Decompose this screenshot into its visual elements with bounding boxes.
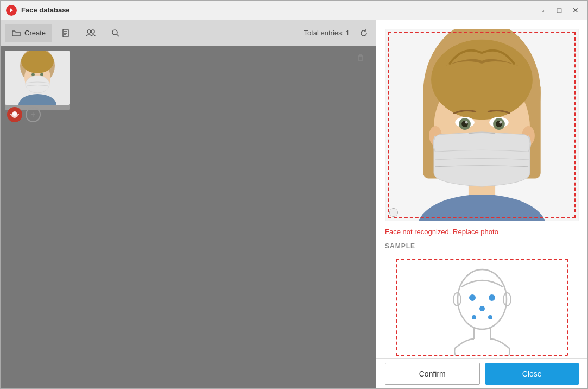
document-icon — [61, 28, 71, 38]
search-icon — [111, 28, 121, 38]
window-title: Face database — [21, 6, 532, 14]
face-thumbnail-svg — [5, 51, 70, 105]
face-actions: + — [5, 107, 70, 122]
main-layout: Create — [1, 20, 587, 388]
crop-slider-handle[interactable] — [389, 208, 398, 217]
photo-area: Face not recognized. Replace photo SAMPL… — [376, 20, 587, 358]
left-panel: Create — [1, 20, 376, 388]
close-window-button[interactable]: ✕ — [569, 4, 582, 17]
main-window: Face database ▫ □ ✕ Create — [0, 0, 588, 389]
toolbar: Create — [1, 20, 376, 46]
create-button[interactable]: Create — [5, 24, 52, 42]
minimize-button[interactable]: ▫ — [536, 4, 549, 17]
svg-point-7 — [112, 30, 117, 35]
svg-line-8 — [117, 34, 119, 36]
svg-point-28 — [431, 40, 533, 120]
face-card-image — [5, 51, 70, 105]
svg-point-6 — [91, 30, 94, 33]
add-action-button[interactable]: + — [26, 107, 41, 122]
face-card: + — [5, 51, 70, 110]
total-entries-label: Total entries: 1 — [304, 29, 354, 37]
folder-icon — [11, 28, 21, 38]
main-photo-svg — [385, 29, 579, 221]
sample-dashed-border — [396, 259, 568, 356]
window-controls: ▫ □ ✕ — [536, 4, 582, 17]
svg-point-5 — [87, 30, 91, 33]
sample-label: SAMPLE — [385, 242, 579, 250]
content-area: + — [1, 46, 376, 388]
svg-point-13 — [26, 76, 49, 93]
svg-point-40 — [499, 121, 502, 124]
button-bar: Confirm Close — [376, 358, 587, 388]
mask-action-button[interactable] — [7, 107, 22, 122]
maximize-button[interactable]: □ — [553, 4, 566, 17]
svg-point-18 — [12, 111, 17, 116]
svg-point-16 — [40, 73, 43, 76]
svg-marker-0 — [10, 8, 13, 12]
refresh-button[interactable] — [356, 26, 371, 41]
main-photo-container — [385, 29, 579, 221]
sample-container — [385, 256, 579, 358]
svg-point-15 — [31, 73, 35, 76]
people-button[interactable] — [79, 24, 102, 42]
right-panel: Face not recognized. Replace photo SAMPL… — [376, 20, 587, 388]
delete-entry-button[interactable] — [354, 53, 367, 66]
app-icon — [6, 5, 17, 16]
svg-point-39 — [465, 121, 468, 124]
error-text: Face not recognized. Replace photo — [385, 228, 579, 236]
close-button[interactable]: Close — [485, 363, 579, 385]
confirm-button[interactable]: Confirm — [385, 363, 480, 385]
face-card-row: + — [5, 51, 371, 110]
documents-button[interactable] — [54, 24, 77, 42]
svg-point-12 — [21, 51, 54, 73]
search-button[interactable] — [104, 24, 127, 42]
people-icon — [86, 28, 96, 38]
title-bar: Face database ▫ □ ✕ — [1, 1, 587, 20]
